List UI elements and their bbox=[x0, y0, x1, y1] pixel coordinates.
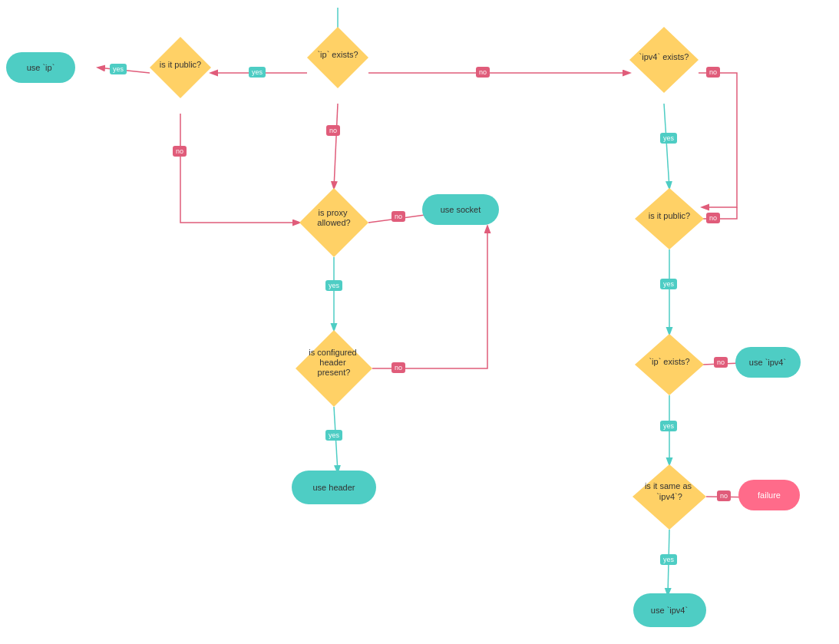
flowchart-canvas: yes yes no no no no yes no ye bbox=[0, 0, 839, 644]
svg-text:no: no bbox=[329, 127, 337, 134]
label-use-header: use header bbox=[312, 483, 355, 492]
flowchart-svg: yes yes no no no no yes no ye bbox=[0, 0, 839, 644]
label-is-proxy-allowed: is proxy allowed? bbox=[317, 208, 350, 227]
svg-text:no: no bbox=[709, 214, 717, 222]
label-ip-exists-1: `ip` exists? bbox=[317, 50, 358, 59]
svg-text:no: no bbox=[395, 213, 402, 220]
label-failure: failure bbox=[758, 490, 781, 500]
svg-text:yes: yes bbox=[663, 280, 675, 288]
svg-text:no: no bbox=[479, 68, 487, 76]
svg-text:no: no bbox=[709, 68, 717, 76]
svg-text:no: no bbox=[720, 492, 728, 500]
label-is-public-1: is it public? bbox=[160, 60, 201, 69]
svg-text:yes: yes bbox=[252, 68, 263, 76]
label-is-public-2: is it public? bbox=[649, 211, 690, 220]
svg-text:yes: yes bbox=[329, 431, 340, 439]
label-use-socket: use socket bbox=[441, 205, 481, 214]
label-use-ipv4-2: use `ipv4` bbox=[651, 606, 688, 615]
label-use-ip: use `ip` bbox=[27, 63, 55, 72]
svg-text:yes: yes bbox=[663, 134, 675, 142]
svg-line-10 bbox=[334, 104, 338, 188]
svg-text:no: no bbox=[717, 358, 725, 366]
svg-text:yes: yes bbox=[663, 422, 675, 430]
svg-text:no: no bbox=[176, 147, 183, 155]
svg-text:yes: yes bbox=[113, 65, 124, 73]
svg-text:yes: yes bbox=[663, 556, 675, 563]
svg-line-26 bbox=[664, 104, 669, 188]
label-use-ipv4-1: use `ipv4` bbox=[749, 358, 786, 367]
svg-text:yes: yes bbox=[329, 282, 340, 289]
label-ip-exists-2: `ip` exists? bbox=[649, 357, 689, 366]
label-ipv4-exists: `ipv4` exists? bbox=[639, 52, 689, 61]
svg-text:no: no bbox=[395, 364, 402, 372]
